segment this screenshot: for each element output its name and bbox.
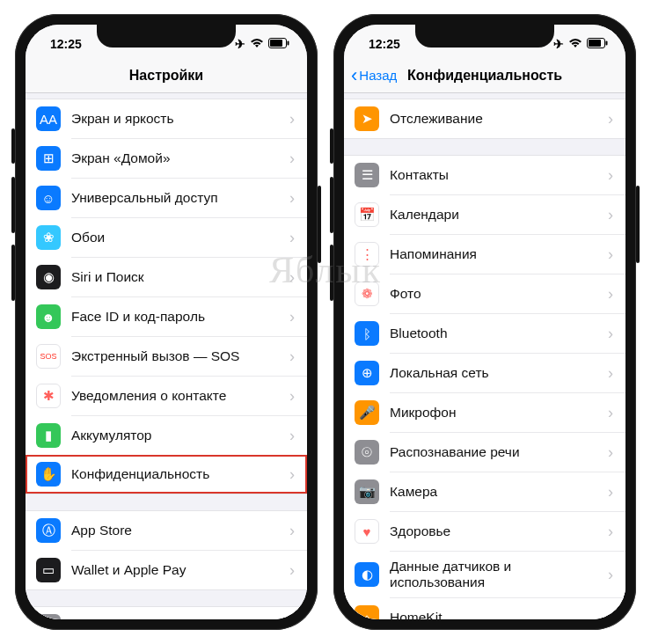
photos-icon: ❁	[355, 282, 379, 306]
notch	[415, 25, 554, 48]
row-label: Экран и яркость	[61, 111, 289, 127]
nav-title: Конфиденциальность	[407, 68, 562, 84]
camera-icon: 📷	[355, 479, 379, 504]
chevron-right-icon: ›	[608, 609, 613, 620]
row-label: Универсальный доступ	[61, 190, 289, 206]
battery-icon	[587, 37, 608, 51]
display-icon: AA	[36, 106, 61, 131]
faceid-icon: ☻	[36, 304, 61, 329]
row-passwords[interactable]: 🔑Пароли›	[26, 607, 307, 619]
wallpaper-icon: ❀	[36, 225, 61, 250]
row-label: Напоминания	[379, 246, 608, 262]
row-home[interactable]: ⊞Экран «Домой»›	[71, 138, 307, 178]
chevron-right-icon: ›	[289, 229, 295, 247]
row-remind[interactable]: ⋮Напоминания›	[390, 234, 625, 274]
row-lan[interactable]: ⊕Локальная сеть›	[390, 353, 625, 392]
battery-icon: ▮	[36, 423, 61, 448]
row-label: Пароли	[61, 618, 289, 619]
chevron-right-icon: ›	[289, 387, 295, 406]
row-label: Здоровье	[379, 523, 608, 539]
row-label: Фото	[379, 286, 608, 302]
row-access[interactable]: ☺Универсальный доступ›	[71, 178, 307, 217]
row-label: Bluetooth	[379, 326, 608, 341]
home-icon: ⊞	[36, 146, 61, 171]
chevron-right-icon: ›	[608, 523, 613, 541]
nav-bar: Настройки	[26, 58, 307, 93]
notch	[97, 25, 236, 48]
research-icon: ◐	[355, 562, 379, 587]
row-label: Экстренный вызов — SOS	[61, 348, 289, 364]
tracking-icon: ➤	[355, 106, 379, 131]
row-tracking[interactable]: ➤Отслеживание›	[344, 99, 625, 138]
row-label: Уведомления о контакте	[61, 388, 289, 404]
row-photos[interactable]: ❁Фото›	[390, 274, 625, 313]
row-exposure[interactable]: ✱Уведомления о контакте›	[71, 376, 307, 415]
wifi-icon	[250, 37, 264, 51]
phone-right: 12:25 ✈ ‹ Назад Конфиденциальность ➤Отсл…	[333, 14, 636, 630]
row-speech[interactable]: ⦾Распознавание речи›	[390, 432, 625, 472]
row-faceid[interactable]: ☻Face ID и код-пароль›	[71, 296, 307, 336]
row-label: Контакты	[379, 167, 608, 183]
row-label: Face ID и код-пароль	[61, 309, 289, 325]
row-bt[interactable]: ᛒBluetooth›	[390, 313, 625, 353]
chevron-right-icon: ›	[608, 285, 613, 304]
chevron-right-icon: ›	[608, 206, 613, 224]
chevron-right-icon: ›	[289, 110, 295, 128]
chevron-right-icon: ›	[608, 566, 613, 584]
mic-icon: 🎤	[355, 400, 379, 425]
row-label: Календари	[379, 207, 608, 223]
row-research[interactable]: ◐Данные датчиков и использования›	[390, 551, 625, 597]
sos-icon: SOS	[36, 344, 61, 369]
cal2-icon: 📅	[355, 202, 379, 227]
row-mic[interactable]: 🎤Микрофон›	[390, 392, 625, 432]
chevron-right-icon: ›	[289, 618, 295, 620]
access-icon: ☺	[36, 186, 61, 210]
chevron-right-icon: ›	[289, 308, 295, 326]
row-wallpaper[interactable]: ❀Обои›	[71, 217, 307, 257]
row-label: App Store	[61, 523, 289, 538]
settings-list[interactable]: AAЭкран и яркость›⊞Экран «Домой»›☺Универ…	[26, 93, 307, 619]
row-label: Отслеживание	[379, 111, 608, 127]
row-homekit[interactable]: ⌂HomeKit›	[390, 597, 625, 619]
chevron-right-icon: ›	[608, 404, 613, 422]
contacts2-icon: ☰	[355, 163, 379, 187]
row-siri[interactable]: ◉Siri и Поиск›	[71, 257, 307, 296]
chevron-right-icon: ›	[289, 150, 295, 168]
chevron-right-icon: ›	[289, 268, 295, 287]
chevron-left-icon: ‹	[351, 64, 357, 87]
privacy-list[interactable]: ➤Отслеживание›☰Контакты›📅Календари›⋮Напо…	[344, 93, 625, 619]
row-wallet[interactable]: ▭Wallet и Apple Pay›	[71, 550, 307, 589]
row-label: Аккумулятор	[61, 428, 289, 443]
status-time: 12:25	[50, 37, 82, 51]
chevron-right-icon: ›	[608, 483, 613, 501]
homekit-icon: ⌂	[355, 605, 379, 619]
chevron-right-icon: ›	[608, 245, 613, 264]
svg-rect-5	[606, 41, 608, 46]
chevron-right-icon: ›	[608, 166, 613, 185]
row-label: Экран «Домой»	[61, 150, 289, 166]
appstore-icon: Ⓐ	[36, 518, 61, 543]
back-button[interactable]: ‹ Назад	[351, 64, 397, 87]
row-battery[interactable]: ▮Аккумулятор›	[71, 415, 307, 455]
row-appstore[interactable]: ⒶApp Store›	[26, 511, 307, 550]
chevron-right-icon: ›	[289, 561, 295, 580]
row-camera[interactable]: 📷Камера›	[390, 472, 625, 511]
chevron-right-icon: ›	[608, 443, 613, 462]
siri-icon: ◉	[36, 265, 61, 289]
svg-rect-1	[270, 40, 282, 47]
chevron-right-icon: ›	[289, 189, 295, 208]
row-label: Обои	[61, 230, 289, 245]
row-contacts2[interactable]: ☰Контакты›	[344, 156, 625, 194]
health-icon: ♥	[355, 519, 379, 544]
lan-icon: ⊕	[355, 361, 379, 385]
row-cal2[interactable]: 📅Календари›	[390, 194, 625, 234]
row-privacy[interactable]: ✋Конфиденциальность›	[26, 455, 307, 494]
chevron-right-icon: ›	[289, 465, 295, 484]
row-health[interactable]: ♥Здоровье›	[390, 511, 625, 551]
row-sos[interactable]: SOSЭкстренный вызов — SOS›	[71, 336, 307, 376]
row-label: Камера	[379, 484, 608, 500]
row-display[interactable]: AAЭкран и яркость›	[26, 99, 307, 138]
chevron-right-icon: ›	[608, 325, 613, 343]
phone-left: 12:25 ✈ Настройки AAЭкран и яркость›⊞Экр…	[15, 14, 318, 630]
row-label: HomeKit	[379, 610, 608, 619]
